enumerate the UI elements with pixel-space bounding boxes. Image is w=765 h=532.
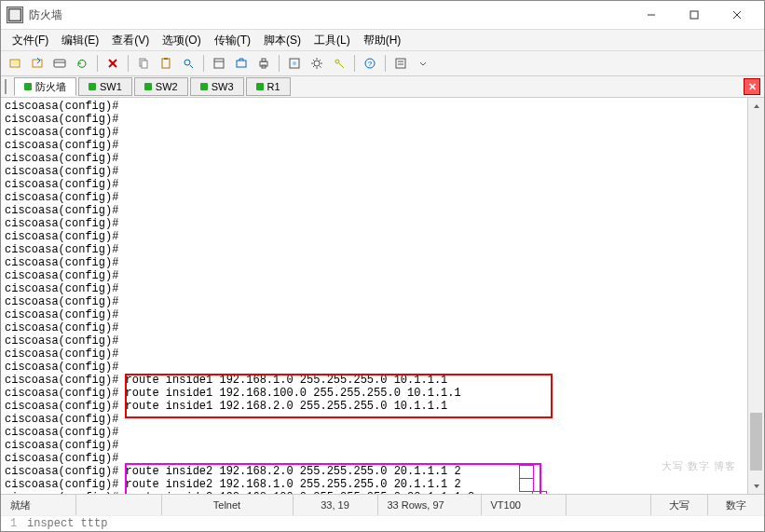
svg-line-17 <box>190 65 193 68</box>
toolbar-sftp-icon[interactable] <box>231 53 252 74</box>
minimize-button[interactable] <box>630 2 673 28</box>
toolbar-key-icon[interactable] <box>329 53 349 74</box>
annotation-magenta-small-1 <box>519 465 534 479</box>
status-protocol: Telnet <box>162 495 294 515</box>
svg-rect-2 <box>690 11 698 19</box>
status-caps: 大写 <box>651 495 708 515</box>
status-ready: 就绪 <box>1 495 76 515</box>
toolbar-help-icon[interactable]: ? <box>360 53 380 74</box>
menu-bar: 文件(F) 编辑(E) 查看(V) 选项(O) 传输(T) 脚本(S) 工具(L… <box>1 30 764 51</box>
svg-point-26 <box>314 61 320 66</box>
toolbar-quickconnect-icon[interactable] <box>27 53 48 74</box>
toolbar-session-icon[interactable] <box>49 53 70 74</box>
scroll-down-button[interactable] <box>748 478 764 494</box>
toolbar-separator <box>279 55 280 72</box>
vertical-scrollbar[interactable] <box>747 98 764 494</box>
annotation-magenta-small-2 <box>519 478 534 492</box>
toolbar-paste-icon[interactable] <box>156 53 176 74</box>
status-num: 数字 <box>708 495 764 515</box>
tab-r1[interactable]: R1 <box>246 77 291 96</box>
toolbar-script-icon[interactable] <box>390 53 411 74</box>
tab-label: R1 <box>267 81 280 92</box>
svg-rect-18 <box>214 59 224 68</box>
toolbar-find-icon[interactable] <box>178 53 198 74</box>
terminal-wrapper: ciscoasa(config)# ciscoasa(config)# cisc… <box>1 98 764 494</box>
svg-rect-15 <box>164 58 168 60</box>
tab-label: SW1 <box>100 81 122 92</box>
app-icon <box>7 7 23 23</box>
tab-sw1[interactable]: SW1 <box>78 77 132 96</box>
toolbar-separator <box>97 55 98 72</box>
svg-line-28 <box>339 63 344 68</box>
menu-edit[interactable]: 编辑(E) <box>56 31 104 50</box>
svg-rect-20 <box>237 61 246 67</box>
scroll-track[interactable] <box>748 114 764 478</box>
session-tabs-bar: 防火墙 SW1 SW2 SW3 R1 ✕ <box>1 76 764 98</box>
status-dot-icon <box>89 83 96 90</box>
menu-option[interactable]: 选项(O) <box>157 31 206 50</box>
status-dot-icon <box>144 83 152 90</box>
toolbar-separator <box>203 55 204 72</box>
scroll-up-button[interactable] <box>748 98 764 114</box>
window-title: 防火墙 <box>29 7 62 23</box>
toolbar-print-icon[interactable] <box>253 53 274 74</box>
toolbar-copy-icon[interactable] <box>133 53 154 74</box>
menu-file[interactable]: 文件(F) <box>7 31 54 50</box>
annotation-magenta-box <box>125 463 541 494</box>
tabs-close-button[interactable]: ✕ <box>744 78 760 95</box>
annotation-magenta-small-3 <box>532 491 547 494</box>
tab-sw3[interactable]: SW3 <box>190 77 244 96</box>
tab-sw2[interactable]: SW2 <box>134 77 188 96</box>
menu-help[interactable]: 帮助(H) <box>358 31 407 50</box>
svg-point-25 <box>293 61 296 65</box>
toolbar-options-icon[interactable] <box>284 53 305 74</box>
svg-rect-6 <box>12 61 18 65</box>
svg-rect-14 <box>162 59 170 68</box>
toolbar-separator <box>128 55 129 72</box>
status-dot-icon <box>24 83 32 90</box>
tab-label: SW2 <box>156 81 178 92</box>
toolbar-separator <box>385 55 386 72</box>
extra-line-number: 1 <box>10 517 27 530</box>
svg-rect-8 <box>54 60 65 67</box>
status-dot-icon <box>200 83 208 90</box>
svg-rect-0 <box>9 9 21 21</box>
toolbar-connect-icon[interactable] <box>5 53 25 74</box>
scroll-thumb[interactable] <box>750 413 762 471</box>
toolbar-properties-icon[interactable] <box>209 53 229 74</box>
toolbar-disconnect-icon[interactable] <box>102 53 123 74</box>
svg-rect-22 <box>262 59 266 61</box>
svg-text:?: ? <box>368 60 373 68</box>
menu-script[interactable]: 脚本(S) <box>258 31 307 50</box>
close-button[interactable] <box>716 2 758 28</box>
status-emulation: VT100 <box>482 495 567 515</box>
svg-point-16 <box>184 60 190 65</box>
extra-row: 1 inspect tttp <box>1 515 764 531</box>
svg-rect-13 <box>142 61 147 68</box>
title-bar: 防火墙 <box>1 1 764 30</box>
status-spacer2 <box>567 495 652 515</box>
tabs-grip <box>5 79 10 94</box>
svg-point-27 <box>335 60 339 63</box>
tab-firewall[interactable]: 防火墙 <box>14 77 76 96</box>
toolbar-settings-icon[interactable] <box>307 53 327 74</box>
terminal-output[interactable]: ciscoasa(config)# ciscoasa(config)# cisc… <box>1 98 747 494</box>
menu-transfer[interactable]: 传输(T) <box>209 31 256 50</box>
toolbar-separator <box>354 55 355 72</box>
status-dot-icon <box>256 83 264 90</box>
status-bar: 就绪 Telnet 33, 19 33 Rows, 97 VT100 大写 数字 <box>1 494 764 515</box>
svg-rect-31 <box>396 59 405 68</box>
tab-label: 防火墙 <box>35 80 66 94</box>
app-window: 防火墙 文件(F) 编辑(E) 查看(V) 选项(O) 传输(T) 脚本(S) … <box>0 0 765 532</box>
menu-view[interactable]: 查看(V) <box>106 31 155 50</box>
status-spacer <box>76 495 162 515</box>
tab-label: SW3 <box>212 81 234 92</box>
extra-line-text: inspect tttp <box>27 517 107 530</box>
maximize-button[interactable] <box>673 2 716 28</box>
annotation-red-box <box>125 374 553 418</box>
toolbar: ? <box>1 51 764 76</box>
toolbar-reconnect-icon[interactable] <box>72 53 92 74</box>
status-cursor: 33, 19 <box>294 495 378 515</box>
toolbar-dropdown-icon[interactable] <box>413 53 433 74</box>
menu-tool[interactable]: 工具(L) <box>308 31 356 50</box>
